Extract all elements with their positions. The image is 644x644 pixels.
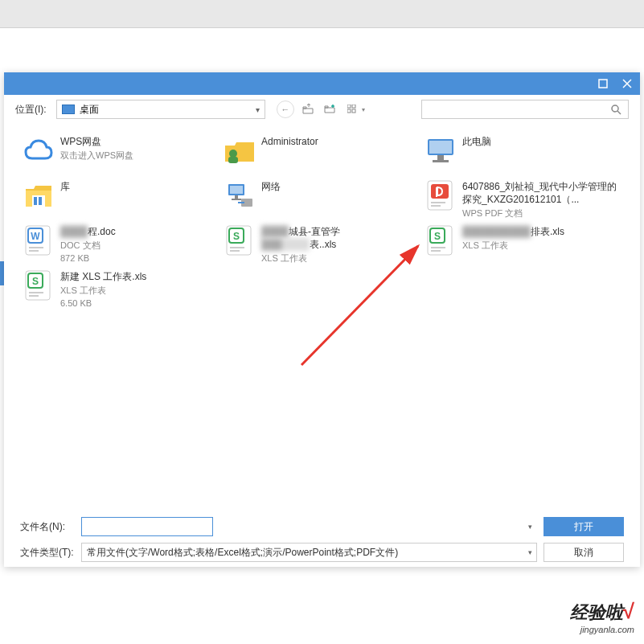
pc-icon [424, 133, 457, 167]
newfolder-button[interactable] [322, 100, 339, 118]
file-item-admin[interactable]: Administrator [219, 130, 420, 175]
svg-rect-29 [29, 247, 43, 248]
xls-icon: S [424, 224, 457, 257]
page-header-bg [0, 0, 644, 28]
svg-rect-1 [347, 105, 351, 108]
search-button[interactable] [604, 100, 628, 118]
svg-rect-10 [437, 155, 444, 160]
file-name: WPS网盘 [60, 135, 216, 148]
file-sub: XLS 工作表 [261, 252, 417, 264]
file-name: Administrator [261, 135, 417, 148]
svg-text:S: S [434, 231, 441, 242]
svg-rect-34 [230, 247, 244, 248]
xls-icon: S [223, 224, 256, 257]
file-item-xls2[interactable]: S ██████████排表.xls XLS 工作表 [420, 220, 621, 265]
svg-rect-7 [228, 157, 238, 163]
open-button[interactable]: 打开 [544, 517, 624, 536]
svg-rect-24 [431, 202, 445, 203]
file-item-pdf[interactable]: 6407886_刘祉祯_现代中小学管理的探究_KXZG201612101（...… [420, 175, 621, 220]
svg-rect-0 [599, 80, 607, 88]
search-box [421, 100, 629, 119]
location-label: 位置(I): [15, 103, 47, 117]
svg-rect-9 [429, 141, 452, 154]
file-name: 此电脑 [462, 135, 618, 148]
search-input[interactable] [422, 100, 604, 118]
file-name: 6407886_刘祉祯_现代中小学管理的探究_KXZG201612101（... [462, 180, 618, 206]
file-sub: XLS 工作表 [60, 285, 216, 296]
svg-rect-39 [431, 247, 445, 248]
svg-text:S: S [233, 231, 240, 242]
file-grid: WPS网盘 双击进入WPS网盘 Administrator 此电脑 [18, 130, 626, 310]
filename-label: 文件名(N): [20, 520, 75, 534]
svg-rect-35 [230, 250, 240, 252]
watermark: 经验啦√ jingyanla.com [570, 599, 634, 634]
cancel-button[interactable]: 取消 [544, 543, 624, 562]
filename-input[interactable] [81, 517, 213, 536]
file-sub2: 6.50 KB [60, 297, 216, 309]
svg-text:S: S [32, 276, 39, 287]
file-sub: XLS 工作表 [462, 240, 618, 251]
library-icon [22, 178, 55, 212]
svg-point-6 [229, 150, 237, 158]
file-name: ██████████排表.xls [462, 225, 618, 238]
svg-point-5 [612, 105, 618, 112]
file-item-network[interactable]: 网络 [219, 175, 420, 220]
file-name: 库 [60, 180, 216, 193]
file-name: 新建 XLS 工作表.xls [60, 270, 216, 283]
chevron-down-icon: ▾ [256, 105, 260, 114]
svg-rect-11 [433, 160, 449, 162]
cloud-icon [22, 133, 55, 167]
user-folder-icon [223, 133, 256, 167]
svg-rect-45 [29, 295, 39, 297]
location-dropdown[interactable]: 桌面 ▾ [56, 100, 265, 119]
file-item-thispc[interactable]: 此电脑 [420, 130, 621, 175]
svg-rect-40 [431, 250, 441, 252]
svg-rect-25 [431, 205, 441, 207]
check-icon: √ [623, 599, 634, 623]
close-button[interactable] [619, 76, 635, 92]
svg-rect-4 [352, 109, 355, 113]
file-list-area: WPS网盘 双击进入WPS网盘 Administrator 此电脑 [4, 124, 640, 494]
file-name: 网络 [261, 180, 417, 193]
file-sub2: 872 KB [60, 252, 216, 264]
svg-rect-15 [39, 197, 42, 205]
chevron-down-icon: ▾ [528, 523, 532, 531]
maximize-button[interactable] [595, 76, 611, 92]
svg-rect-3 [347, 109, 351, 113]
xls-icon: S [22, 269, 55, 302]
svg-rect-2 [352, 105, 355, 108]
pdf-icon [424, 178, 457, 212]
file-name: ████程.doc [60, 225, 216, 238]
file-item-library[interactable]: 库 [18, 175, 219, 220]
back-button[interactable]: ← [277, 100, 294, 118]
desktop-icon [62, 105, 75, 114]
file-sub: 双击进入WPS网盘 [60, 150, 216, 161]
file-sub: WPS PDF 文档 [462, 207, 618, 219]
file-item-newxls[interactable]: S 新建 XLS 工作表.xls XLS 工作表 6.50 KB [18, 265, 219, 310]
svg-rect-23 [431, 184, 449, 199]
svg-rect-14 [34, 197, 37, 205]
nav-buttons: ← ▾ [277, 100, 368, 118]
location-value: 桌面 [80, 103, 99, 117]
file-name-2: ███表..xls [261, 238, 417, 251]
file-open-dialog: 位置(I): 桌面 ▾ ← ▾ [4, 72, 640, 567]
titlebar [4, 72, 640, 95]
filename-row: 文件名(N): ▾ 打开 [20, 517, 624, 536]
filetype-label: 文件类型(T): [20, 546, 75, 560]
network-icon [223, 178, 256, 212]
up-button[interactable] [299, 100, 317, 118]
doc-icon: W [22, 224, 55, 257]
filetype-select[interactable]: 常用文件(文字/Word格式;表格/Excel格式;演示/PowerPoint格… [81, 543, 537, 562]
file-sub: DOC 文档 [60, 240, 216, 251]
file-item-doc[interactable]: W ████程.doc DOC 文档 872 KB [18, 220, 219, 265]
file-item-wpscloud[interactable]: WPS网盘 双击进入WPS网盘 [18, 130, 219, 175]
svg-rect-17 [230, 186, 243, 194]
file-name: ████城县-直管学 [261, 225, 417, 238]
svg-rect-30 [29, 250, 39, 252]
svg-rect-18 [235, 195, 238, 199]
view-button[interactable]: ▾ [344, 100, 368, 118]
bottom-panel: 文件名(N): ▾ 打开 文件类型(T): 常用文件(文字/Word格式;表格/… [4, 511, 640, 567]
file-item-xls1[interactable]: S ████城县-直管学 ███表..xls XLS 工作表 [219, 220, 420, 265]
svg-rect-21 [238, 202, 244, 203]
svg-text:W: W [31, 231, 40, 242]
